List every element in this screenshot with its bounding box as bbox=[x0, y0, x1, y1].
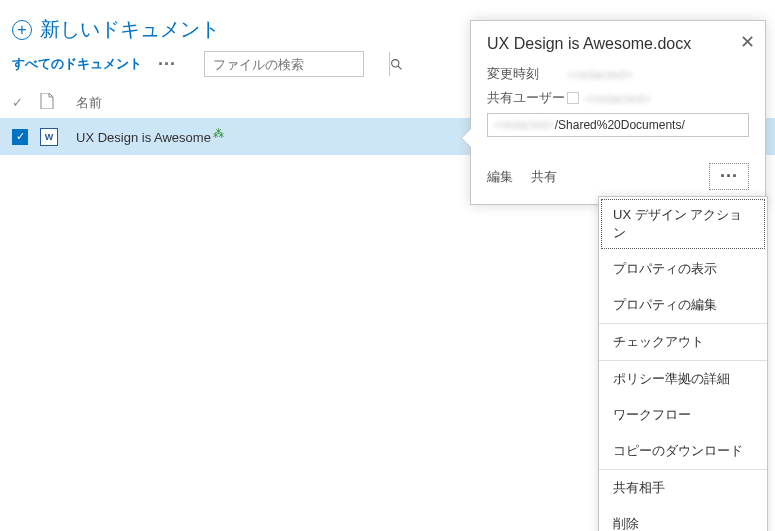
edit-link[interactable]: 編集 bbox=[487, 168, 513, 186]
file-type-icon bbox=[40, 93, 76, 112]
view-more-button[interactable]: ··· bbox=[154, 54, 180, 75]
file-name[interactable]: UX Design is Awesome bbox=[76, 131, 211, 146]
url-prefix: <redacted> bbox=[494, 118, 555, 132]
word-file-icon: W bbox=[40, 128, 58, 146]
new-badge-icon: ⁂ bbox=[213, 127, 224, 139]
row-checkbox-checked[interactable]: ✓ bbox=[12, 129, 28, 145]
menu-item-download-copy[interactable]: コピーのダウンロード bbox=[599, 433, 767, 469]
svg-line-1 bbox=[398, 66, 401, 69]
search-icon[interactable] bbox=[389, 52, 403, 76]
menu-item-edit-properties[interactable]: プロパティの編集 bbox=[599, 287, 767, 323]
plus-circle-icon: + bbox=[12, 20, 32, 40]
callout-more-button[interactable]: ··· bbox=[709, 163, 749, 190]
file-callout: ✕ UX Design is Awesome.docx 変更時刻 <redact… bbox=[470, 20, 766, 205]
callout-arrow-icon bbox=[462, 129, 471, 147]
modified-value: <redacted> bbox=[567, 67, 633, 82]
menu-item-view-properties[interactable]: プロパティの表示 bbox=[599, 251, 767, 287]
shared-value: <redacted> bbox=[585, 91, 651, 106]
modified-label: 変更時刻 bbox=[487, 65, 567, 83]
new-document-label: 新しいドキュメント bbox=[40, 16, 220, 43]
menu-item-workflow[interactable]: ワークフロー bbox=[599, 397, 767, 433]
callout-title: UX Design is Awesome.docx bbox=[487, 35, 749, 53]
menu-item-delete[interactable]: 削除 bbox=[599, 506, 767, 531]
svg-point-0 bbox=[392, 59, 399, 66]
all-documents-link[interactable]: すべてのドキュメント bbox=[12, 55, 142, 73]
share-link[interactable]: 共有 bbox=[531, 168, 557, 186]
select-all-icon[interactable]: ✓ bbox=[12, 95, 23, 110]
close-icon[interactable]: ✕ bbox=[740, 31, 755, 53]
share-checkbox[interactable] bbox=[567, 92, 579, 104]
context-menu: UX デザイン アクション プロパティの表示 プロパティの編集 チェックアウト … bbox=[598, 196, 768, 531]
url-suffix: /Shared%20Documents/ bbox=[555, 118, 685, 132]
url-field[interactable]: <redacted>/Shared%20Documents/ bbox=[487, 113, 749, 137]
search-box[interactable] bbox=[204, 51, 364, 77]
shared-label: 共有ユーザー bbox=[487, 89, 567, 107]
menu-item-checkout[interactable]: チェックアウト bbox=[599, 324, 767, 360]
search-input[interactable] bbox=[205, 57, 389, 72]
menu-item-compliance[interactable]: ポリシー準拠の詳細 bbox=[599, 361, 767, 397]
menu-item-shared-with[interactable]: 共有相手 bbox=[599, 470, 767, 506]
menu-item-ux-design-action[interactable]: UX デザイン アクション bbox=[599, 197, 767, 251]
